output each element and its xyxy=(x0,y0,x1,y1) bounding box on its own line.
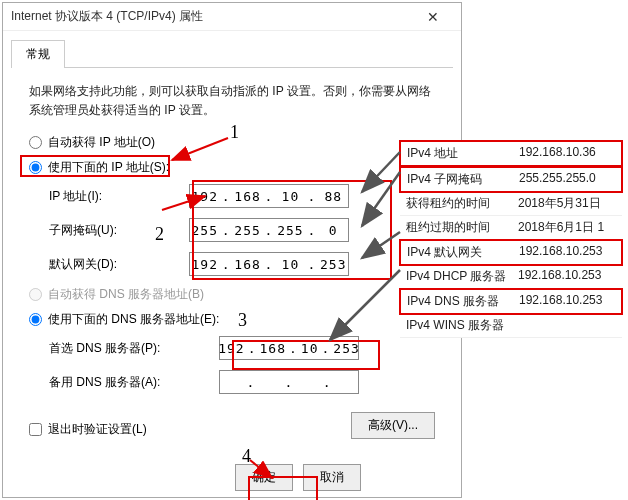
alt-dns-input[interactable]: . . . xyxy=(219,370,359,394)
info-lease-obtained: 获得租约的时间2018年5月31日 xyxy=(400,192,622,216)
info-lease-expires: 租约过期的时间2018年6月1日 1 xyxy=(400,216,622,240)
radio-auto-ip-label: 自动获得 IP 地址(O) xyxy=(48,134,155,151)
pref-dns-label: 首选 DNS 服务器(P): xyxy=(49,340,219,357)
radio-auto-dns-input xyxy=(29,288,42,301)
ip-fields: IP 地址(I): 192. 168. 10. 88 子网掩码(U): 255.… xyxy=(49,184,435,276)
annotation-2: 2 xyxy=(155,224,164,245)
radio-manual-ip-label: 使用下面的 IP 地址(S): xyxy=(48,159,169,176)
tabs: 常规 xyxy=(3,31,461,67)
subnet-mask-row: 子网掩码(U): 255. 255. 255. 0 xyxy=(49,218,435,242)
footer-row: 退出时验证设置(L) 高级(V)... xyxy=(29,412,435,439)
radio-manual-ip[interactable]: 使用下面的 IP 地址(S): xyxy=(29,159,435,176)
ip-address-label: IP 地址(I): xyxy=(49,188,189,205)
advanced-button[interactable]: 高级(V)... xyxy=(351,412,435,439)
network-info-panel: IPv4 地址192.168.10.36 IPv4 子网掩码255.255.25… xyxy=(400,140,622,338)
description-text: 如果网络支持此功能，则可以获取自动指派的 IP 设置。否则，你需要从网络系统管理… xyxy=(29,82,435,120)
dns-group: 自动获得 DNS 服务器地址(B) 使用下面的 DNS 服务器地址(E): 首选… xyxy=(29,286,435,394)
ip-group: 自动获得 IP 地址(O) 使用下面的 IP 地址(S): IP 地址(I): … xyxy=(29,134,435,276)
alt-dns-label: 备用 DNS 服务器(A): xyxy=(49,374,219,391)
titlebar: Internet 协议版本 4 (TCP/IPv4) 属性 ✕ xyxy=(3,3,461,31)
info-ipv4-mask: IPv4 子网掩码255.255.255.0 xyxy=(399,166,623,193)
footer-buttons: 确定 取消 xyxy=(235,464,361,491)
gateway-label: 默认网关(D): xyxy=(49,256,189,273)
validate-label: 退出时验证设置(L) xyxy=(48,421,147,438)
radio-manual-ip-input[interactable] xyxy=(29,161,42,174)
validate-checkbox-row[interactable]: 退出时验证设置(L) xyxy=(29,421,147,438)
ip-address-input[interactable]: 192. 168. 10. 88 xyxy=(189,184,349,208)
ip-address-row: IP 地址(I): 192. 168. 10. 88 xyxy=(49,184,435,208)
window-title: Internet 协议版本 4 (TCP/IPv4) 属性 xyxy=(11,8,413,25)
radio-manual-dns-label: 使用下面的 DNS 服务器地址(E): xyxy=(48,311,219,328)
info-ipv4-dhcp: IPv4 DHCP 服务器192.168.10.253 xyxy=(400,265,622,289)
subnet-mask-input[interactable]: 255. 255. 255. 0 xyxy=(189,218,349,242)
info-ipv4-dns: IPv4 DNS 服务器192.168.10.253 xyxy=(399,288,623,315)
annotation-4: 4 xyxy=(242,446,251,467)
gateway-row: 默认网关(D): 192. 168. 10. 253 xyxy=(49,252,435,276)
cancel-button[interactable]: 取消 xyxy=(303,464,361,491)
radio-auto-dns: 自动获得 DNS 服务器地址(B) xyxy=(29,286,435,303)
tab-general[interactable]: 常规 xyxy=(11,40,65,68)
close-button[interactable]: ✕ xyxy=(413,3,453,31)
alt-dns-row: 备用 DNS 服务器(A): . . . xyxy=(49,370,435,394)
subnet-mask-label: 子网掩码(U): xyxy=(49,222,189,239)
gateway-input[interactable]: 192. 168. 10. 253 xyxy=(189,252,349,276)
radio-manual-dns-input[interactable] xyxy=(29,313,42,326)
pref-dns-input[interactable]: 192. 168. 10. 253 xyxy=(219,336,359,360)
annotation-3: 3 xyxy=(238,310,247,331)
info-ipv4-address: IPv4 地址192.168.10.36 xyxy=(399,140,623,167)
validate-checkbox[interactable] xyxy=(29,423,42,436)
info-ipv4-wins: IPv4 WINS 服务器 xyxy=(400,314,622,338)
annotation-1: 1 xyxy=(230,122,239,143)
properties-dialog: Internet 协议版本 4 (TCP/IPv4) 属性 ✕ 常规 如果网络支… xyxy=(2,2,462,498)
ok-button[interactable]: 确定 xyxy=(235,464,293,491)
radio-manual-dns[interactable]: 使用下面的 DNS 服务器地址(E): xyxy=(29,311,435,328)
dns-fields: 首选 DNS 服务器(P): 192. 168. 10. 253 备用 DNS … xyxy=(49,336,435,394)
radio-auto-dns-label: 自动获得 DNS 服务器地址(B) xyxy=(48,286,204,303)
radio-auto-ip-input[interactable] xyxy=(29,136,42,149)
pref-dns-row: 首选 DNS 服务器(P): 192. 168. 10. 253 xyxy=(49,336,435,360)
info-ipv4-gateway: IPv4 默认网关192.168.10.253 xyxy=(399,239,623,266)
